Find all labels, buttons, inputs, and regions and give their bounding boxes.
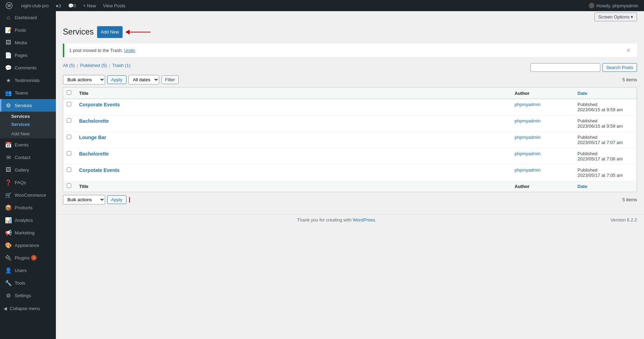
page-wrap: Services Add New 1 post moved to the Tra… (56, 23, 644, 214)
sidebar-item-comments[interactable]: 💬 Comments (0, 61, 56, 74)
adminbar-new[interactable]: + New (80, 0, 99, 11)
row-date-cell: Published 2023/05/17 at 7:05 am (574, 165, 637, 181)
sidebar-item-appearance[interactable]: 🎨 Appearance (0, 239, 56, 251)
appearance-icon: 🎨 (5, 242, 12, 249)
services-icon: ⚙ (5, 102, 12, 109)
tablenav-top: Bulk actions Edit Move to Trash Apply Al… (63, 75, 637, 84)
title-column-header: Title (76, 88, 511, 99)
add-new-button[interactable]: Add New (97, 26, 123, 38)
sidebar-item-contact[interactable]: ✉ Contact (0, 151, 56, 164)
sidebar-item-dashboard[interactable]: ⌂ Dashboard (0, 11, 56, 24)
select-all-footer-checkbox[interactable] (67, 183, 71, 188)
bulk-actions-select-top[interactable]: Bulk actions Edit Move to Trash (63, 75, 105, 84)
adminbar-wp-logo[interactable]: W (3, 0, 17, 11)
row-date-2: 2023/05/17 at 7:07 am (578, 140, 623, 145)
author-link-1[interactable]: phpmyadmin (515, 118, 541, 123)
row-checkbox-2[interactable] (67, 135, 71, 139)
woocommerce-icon: 🛒 (5, 191, 12, 198)
filter-button[interactable]: Filter (161, 75, 179, 84)
sidebar-item-products[interactable]: 📦 Products (0, 201, 56, 214)
sidebar-item-events[interactable]: 📅 Events (0, 138, 56, 151)
sidebar-item-woocommerce[interactable]: 🛒 WooCommerce (0, 189, 56, 201)
sidebar-item-media[interactable]: 🖼 Media (0, 36, 56, 49)
select-all-footer (63, 181, 76, 192)
date-sort-link[interactable]: Date (578, 91, 587, 96)
row-checkbox-4[interactable] (67, 167, 71, 172)
sidebar-item-tools[interactable]: 🔧 Tools (0, 277, 56, 289)
filter-search-bar: All (5) | Published (5) | Trash (1) (63, 63, 637, 72)
page-heading: Services Add New (63, 23, 637, 38)
adminbar-site-name[interactable]: night-club-pro (18, 0, 52, 11)
filter-all-link[interactable]: All (5) (63, 63, 75, 68)
adminbar-user-menu[interactable]: Howdy, phpmyadmin (586, 3, 641, 8)
author-link-2[interactable]: phpmyadmin (515, 135, 541, 140)
sidebar-item-users[interactable]: 👤 Users (0, 264, 56, 277)
sidebar-item-marketing[interactable]: 📢 Marketing (0, 226, 56, 239)
date-footer-header[interactable]: Date (574, 181, 637, 192)
submenu-item-add-new[interactable]: Add New (0, 129, 56, 138)
row-title-cell: Bachelorette (76, 148, 511, 165)
row-date-4: 2023/05/17 at 7:05 am (578, 173, 623, 178)
row-author-cell: phpmyadmin (511, 148, 574, 165)
row-checkbox-1[interactable] (67, 118, 71, 123)
author-link-0[interactable]: phpmyadmin (515, 102, 541, 107)
wordpress-link[interactable]: WordPress (353, 217, 375, 223)
row-checkbox-0[interactable] (67, 102, 71, 106)
notice-dismiss-button[interactable]: ✕ (625, 47, 632, 54)
submenu-item-services[interactable]: Services (0, 120, 56, 129)
post-title-link-0[interactable]: Corporate Events (79, 102, 120, 107)
submenu-heading: Services (0, 112, 56, 120)
row-checkbox-cell (63, 132, 76, 148)
table-row: Corpotate Events phpmyadmin Published 20… (63, 165, 637, 181)
row-checkbox-3[interactable] (67, 151, 71, 156)
author-link-4[interactable]: phpmyadmin (515, 167, 541, 173)
search-posts-button[interactable]: Search Posts (602, 63, 637, 72)
filter-trash-link[interactable]: Trash (1) (112, 63, 130, 68)
admin-avatar (589, 3, 594, 8)
row-checkbox-cell (63, 115, 76, 132)
apply-button-bottom[interactable]: Apply (107, 195, 126, 204)
date-footer-sort-link[interactable]: Date (578, 184, 587, 189)
search-input[interactable] (530, 63, 600, 72)
author-link-3[interactable]: phpmyadmin (515, 151, 541, 156)
collapse-menu-button[interactable]: ◀ Collapse menu (0, 302, 56, 315)
sidebar-item-testimonials[interactable]: ★ Testimonials (0, 74, 56, 86)
posts-icon: 📝 (5, 27, 12, 33)
adminbar-view-posts[interactable]: View Posts (100, 0, 128, 11)
sidebar-item-posts[interactable]: 📝 Posts (0, 24, 56, 36)
row-checkbox-cell (63, 99, 76, 115)
svg-text:W: W (7, 3, 11, 8)
select-all-checkbox[interactable] (67, 90, 71, 95)
screen-options-button[interactable]: Screen Options ▾ (594, 13, 637, 21)
contact-icon: ✉ (5, 154, 12, 161)
notice-undo-link[interactable]: Undo (124, 48, 135, 53)
apply-button-top[interactable]: Apply (107, 75, 126, 84)
text-cursor (129, 197, 130, 203)
sidebar-item-teams[interactable]: 👥 Teams (0, 86, 56, 99)
post-title-link-1[interactable]: Bachelorette (79, 118, 109, 124)
dates-select[interactable]: All dates (129, 75, 159, 84)
bulk-actions-select-bottom[interactable]: Bulk actions Edit Move to Trash (63, 195, 105, 204)
screen-options-bar: Screen Options ▾ (56, 11, 644, 23)
sidebar-item-settings[interactable]: ⚙ Settings (0, 289, 56, 302)
posts-table: Title Author Date (63, 87, 637, 192)
sidebar-item-faqs[interactable]: ❓ FAQs (0, 176, 56, 189)
post-title-link-2[interactable]: Lounge Bar (79, 135, 107, 140)
post-title-link-4[interactable]: Corpotate Events (79, 167, 120, 173)
sidebar-item-services[interactable]: ⚙ Services (0, 99, 56, 112)
row-title-cell: Corporate Events (76, 99, 511, 115)
adminbar-updates[interactable]: ● 3 (53, 0, 64, 11)
tablenav-left-bottom: Bulk actions Edit Move to Trash Apply (63, 195, 130, 204)
adminbar-comments[interactable]: 💬 0 (65, 0, 79, 11)
sidebar-item-gallery[interactable]: 🖼 Gallery (0, 164, 56, 176)
row-date-cell: Published 2023/06/15 at 9:59 am (574, 99, 637, 115)
sidebar-item-analytics[interactable]: 📊 Analytics (0, 214, 56, 226)
post-title-link-3[interactable]: Bachelorette (79, 151, 109, 157)
row-status-4: Published (578, 167, 598, 173)
table-body: Corporate Events phpmyadmin Published 20… (63, 99, 637, 181)
date-column-header[interactable]: Date (574, 88, 637, 99)
table-row: Lounge Bar phpmyadmin Published 2023/05/… (63, 132, 637, 148)
sidebar-item-plugins[interactable]: 🔌 Plugins 3 (0, 251, 56, 264)
filter-published-link[interactable]: Published (5) (80, 63, 107, 68)
sidebar-item-pages[interactable]: 📄 Pages (0, 49, 56, 61)
